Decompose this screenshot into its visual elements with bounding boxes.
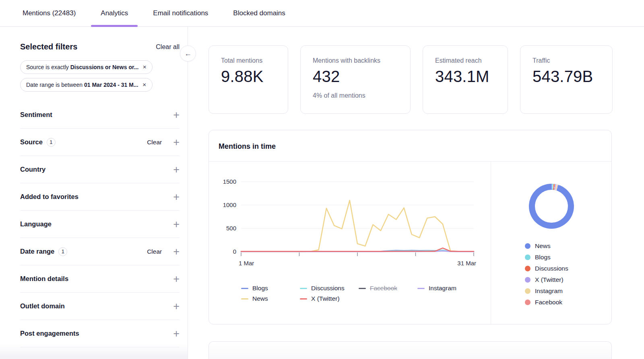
legend-swatch [300, 298, 307, 300]
plus-icon[interactable]: + [173, 220, 180, 228]
filter-section-post-engagements[interactable]: Post engagements + [20, 320, 180, 347]
tab-mentions[interactable]: Mentions (22483) [13, 0, 85, 26]
plus-icon[interactable]: + [173, 138, 180, 146]
legend-item-facebook[interactable]: Facebook [359, 285, 417, 292]
x-axis-tick-label: 31 Mar [457, 260, 476, 267]
filter-count-badge: 1 [58, 247, 67, 256]
filter-section-language[interactable]: Language + [20, 211, 180, 238]
donut-legend-item-x-twitter-[interactable]: X (Twitter) [525, 276, 611, 283]
legend-label: X (Twitter) [311, 295, 340, 302]
tab-email-notifications-label: Email notifications [153, 9, 208, 17]
section-label: Outlet domain [20, 302, 65, 310]
donut-legend-item-instagram[interactable]: Instagram [525, 287, 611, 295]
stat-label: Total mentions [221, 57, 276, 64]
filter-sections: Sentiment + Source 1 Clear + Country + A… [20, 101, 180, 347]
legend-swatch [241, 288, 248, 289]
y-axis-tick-label: 0 [233, 248, 236, 255]
donut-legend-item-facebook[interactable]: Facebook [525, 299, 611, 306]
plus-icon[interactable]: + [173, 330, 180, 338]
tab-blocked-domains[interactable]: Blocked domains [223, 0, 295, 26]
filter-section-source[interactable]: Source 1 Clear + [20, 129, 180, 156]
legend-label: Blogs [252, 285, 268, 292]
section-label: Post engagements [20, 330, 79, 337]
donut-legend-item-blogs[interactable]: Blogs [525, 254, 611, 261]
collapse-sidebar-button[interactable]: ← [180, 45, 196, 62]
section-label: Source [20, 138, 43, 146]
legend-label: News [252, 295, 268, 302]
tab-mentions-label: Mentions (22483) [23, 9, 76, 17]
clear-all-filters-button[interactable]: Clear all [156, 43, 180, 51]
close-icon[interactable]: ✕ [142, 64, 147, 70]
legend-item-instagram[interactable]: Instagram [417, 285, 476, 292]
stat-label: Mentions with backlinks [313, 57, 398, 64]
line-chart-svg: 0500100015001 Mar31 Mar [216, 173, 482, 269]
donut-legend-item-discussions[interactable]: Discussions [525, 265, 611, 272]
filter-count-badge: 1 [47, 138, 56, 147]
donut-legend-label: Facebook [535, 299, 562, 306]
legend-item-news[interactable]: News [241, 295, 300, 302]
legend-item-x-twitter-[interactable]: X (Twitter) [300, 295, 359, 302]
line-chart-legend: BlogsNewsDiscussionsX (Twitter)FacebookI… [241, 283, 491, 304]
plus-icon[interactable]: + [173, 193, 180, 201]
arrow-left-icon: ← [184, 49, 192, 58]
donut-legend-item-news[interactable]: News [525, 242, 611, 250]
legend-swatch [241, 298, 248, 300]
y-axis-tick-label: 1000 [223, 201, 236, 208]
legend-item-blogs[interactable]: Blogs [241, 285, 300, 292]
section-label: Country [20, 166, 45, 173]
donut-legend-label: News [535, 242, 551, 250]
stat-value: 343.1M [435, 68, 495, 86]
filter-section-sentiment[interactable]: Sentiment + [20, 101, 180, 129]
plus-icon[interactable]: + [173, 275, 180, 283]
tab-email-notifications[interactable]: Email notifications [143, 0, 218, 26]
stat-subtext: 4% of all mentions [313, 92, 398, 99]
filter-section-date-range[interactable]: Date range 1 Clear + [20, 238, 180, 265]
stat-value: 9.88K [221, 68, 276, 86]
stat-card-traffic: Traffic 543.79B [520, 45, 613, 114]
mentions-line-chart: 0500100015001 Mar31 Mar [216, 173, 491, 271]
series-line-news [241, 200, 474, 252]
next-section-card-partial [208, 341, 612, 359]
section-label: Date range [20, 248, 54, 255]
filter-chip-date-range-text: Date range is between 01 Mar 2024 - 31 M… [26, 82, 138, 88]
plus-icon[interactable]: + [173, 111, 180, 119]
y-axis-tick-label: 1500 [223, 178, 236, 185]
tab-blocked-domains-label: Blocked domains [233, 9, 285, 17]
donut-legend-dot [525, 243, 530, 249]
legend-swatch [359, 288, 366, 289]
filter-section-added-to-favorites[interactable]: Added to favorites + [20, 183, 180, 211]
legend-item-discussions[interactable]: Discussions [300, 285, 359, 292]
analytics-main: Total mentions 9.88K Mentions with backl… [188, 27, 644, 359]
x-axis-tick-label: 1 Mar [239, 260, 254, 267]
stats-row: Total mentions 9.88K Mentions with backl… [208, 45, 613, 114]
filter-section-country[interactable]: Country + [20, 156, 180, 183]
close-icon[interactable]: ✕ [142, 82, 147, 88]
section-clear-button[interactable]: Clear [147, 139, 162, 146]
plus-icon[interactable]: + [173, 248, 180, 256]
legend-label: Discussions [311, 285, 345, 292]
filter-section-mention-details[interactable]: Mention details + [20, 265, 180, 293]
chart-title: Mentions in time [219, 142, 276, 150]
donut-chart-pane: NewsBlogsDiscussionsX (Twitter)Instagram… [491, 162, 611, 324]
donut-legend-dot [525, 254, 530, 260]
filter-chips: Source is exactly Discussions or News or… [20, 60, 180, 92]
line-chart-pane: 0500100015001 Mar31 Mar BlogsNewsDiscuss… [209, 162, 491, 324]
filter-section-outlet-domain[interactable]: Outlet domain + [20, 293, 180, 320]
stat-value: 543.79B [533, 68, 600, 86]
tab-analytics[interactable]: Analytics [91, 0, 138, 26]
stat-value: 432 [313, 68, 398, 86]
plus-icon[interactable]: + [173, 302, 180, 310]
tab-analytics-label: Analytics [101, 9, 128, 17]
stat-label: Traffic [533, 57, 600, 64]
filter-chip-date-range[interactable]: Date range is between 01 Mar 2024 - 31 M… [20, 78, 153, 92]
donut-legend-label: Discussions [535, 265, 568, 272]
donut-legend-label: X (Twitter) [535, 276, 564, 283]
donut-legend-label: Blogs [535, 254, 551, 261]
stat-label: Estimated reach [435, 57, 495, 64]
filter-chip-source[interactable]: Source is exactly Discussions or News or… [20, 60, 153, 74]
plus-icon[interactable]: + [173, 166, 180, 174]
donut-legend-dot [525, 277, 530, 283]
section-clear-button[interactable]: Clear [147, 248, 162, 255]
tab-bar: Mentions (22483) Analytics Email notific… [0, 0, 644, 27]
section-label: Added to favorites [20, 193, 78, 201]
